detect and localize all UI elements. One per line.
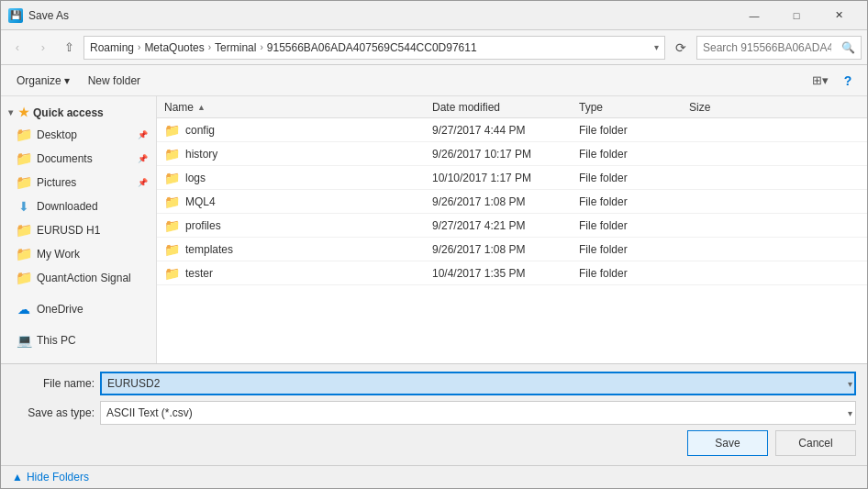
file-date: 9/26/2017 1:08 PM — [432, 243, 579, 256]
path-segment-roaming: Roaming — [90, 41, 134, 54]
quick-access-icon: ★ — [18, 106, 29, 119]
sidebar-item-thispc-label: This PC — [37, 334, 76, 347]
quick-access-label: Quick access — [33, 106, 104, 119]
eurusd-folder-icon: 📁 — [16, 222, 33, 239]
folder-icon: 📁 — [164, 171, 180, 185]
help-icon: ? — [844, 73, 852, 88]
close-button[interactable]: ✕ — [818, 1, 860, 30]
sidebar-item-thispc[interactable]: 💻 This PC — [1, 328, 156, 352]
sidebar-item-mywork[interactable]: 📁 My Work — [1, 242, 156, 266]
savetype-label: Save as type: — [12, 406, 95, 419]
sort-arrow: ▲ — [197, 103, 206, 112]
savetype-select-wrapper: ASCII Text (*.csv) CSV (*.csv) Text (*.t… — [100, 401, 856, 425]
title-bar: 💾 Save As — □ ✕ — [1, 1, 867, 30]
column-name[interactable]: Name ▲ — [157, 101, 432, 114]
path-segment-id: 915566BA06ADA407569C544CC0D97611 — [267, 41, 477, 54]
buttons-row: Save Cancel — [12, 430, 856, 458]
forward-button[interactable]: › — [32, 37, 54, 59]
path-segment-metaquotes: MetaQuotes — [144, 41, 204, 54]
desktop-folder-icon: 📁 — [16, 127, 33, 143]
file-type: File folder — [579, 172, 689, 184]
table-row[interactable]: 📁 config 9/27/2017 4:44 PM File folder — [157, 118, 867, 142]
pictures-folder-icon: 📁 — [16, 174, 33, 191]
file-date: 10/4/2017 1:35 PM — [432, 267, 579, 280]
path-dropdown-arrow[interactable]: ▾ — [654, 42, 659, 52]
maximize-button[interactable]: □ — [775, 1, 818, 30]
window-title: Save As — [28, 9, 69, 22]
file-name: profiles — [185, 219, 221, 232]
help-button[interactable]: ? — [836, 69, 860, 93]
column-type[interactable]: Type — [579, 101, 689, 114]
file-list-header: Name ▲ Date modified Type Size — [157, 96, 867, 118]
organize-button[interactable]: Organize ▾ — [8, 69, 78, 93]
quick-access-arrow: ▾ — [8, 107, 13, 117]
folder-icon: 📁 — [164, 147, 180, 161]
desktop-pin-icon: 📌 — [138, 130, 148, 139]
back-button[interactable]: ‹ — [6, 37, 28, 59]
thispc-icon: 💻 — [17, 333, 32, 348]
folder-icon: 📁 — [164, 123, 180, 138]
table-row[interactable]: 📁 tester 10/4/2017 1:35 PM File folder — [157, 261, 867, 285]
search-box[interactable]: 🔍 — [696, 36, 862, 60]
folder-icon: 📁 — [164, 242, 180, 257]
sidebar-item-downloaded-label: Downloaded — [37, 200, 98, 213]
cancel-button[interactable]: Cancel — [775, 430, 856, 456]
documents-pin-icon: 📌 — [138, 154, 148, 163]
filename-label: File name: — [12, 377, 95, 390]
file-type: File folder — [579, 243, 689, 256]
column-date[interactable]: Date modified — [432, 101, 579, 114]
refresh-button[interactable]: ⟳ — [669, 36, 693, 60]
file-name: templates — [185, 243, 233, 256]
file-type: File folder — [579, 148, 689, 161]
view-button[interactable]: ⊞ ▾ — [808, 69, 832, 93]
up-button[interactable]: ⇧ — [58, 37, 80, 59]
main-content: ▾ ★ Quick access 📁 Desktop 📌 📁 Documents… — [1, 96, 867, 363]
sidebar-item-downloaded[interactable]: ⬇ Downloaded — [1, 194, 156, 218]
search-input[interactable] — [703, 41, 831, 54]
sidebar-item-documents[interactable]: 📁 Documents 📌 — [1, 147, 156, 171]
file-type: File folder — [579, 195, 689, 208]
hide-folders-arrow: ▲ — [12, 471, 23, 483]
folder-icon: 📁 — [164, 266, 180, 281]
file-date: 9/26/2017 1:08 PM — [432, 195, 579, 208]
sidebar-item-desktop[interactable]: 📁 Desktop 📌 — [1, 123, 156, 147]
sidebar-item-pictures-label: Pictures — [37, 176, 76, 189]
file-date: 9/27/2017 4:44 PM — [432, 124, 579, 137]
mywork-folder-icon: 📁 — [16, 246, 33, 262]
sidebar-item-desktop-label: Desktop — [37, 128, 77, 141]
column-size[interactable]: Size — [689, 101, 762, 114]
file-date: 9/26/2017 10:17 PM — [432, 148, 579, 161]
minimize-button[interactable]: — — [733, 1, 775, 30]
savetype-select[interactable]: ASCII Text (*.csv) CSV (*.csv) Text (*.t… — [100, 401, 856, 425]
onedrive-icon: ☁ — [17, 302, 30, 317]
save-as-dialog: 💾 Save As — □ ✕ ‹ › ⇧ Roaming › MetaQuot… — [0, 0, 868, 489]
new-folder-button[interactable]: New folder — [80, 69, 149, 93]
table-row[interactable]: 📁 templates 9/26/2017 1:08 PM File folde… — [157, 238, 867, 261]
filename-row: File name: ▾ — [12, 372, 856, 395]
file-name: tester — [185, 267, 213, 280]
quantaction-folder-icon: 📁 — [16, 270, 33, 286]
save-button[interactable]: Save — [687, 430, 768, 456]
window-icon: 💾 — [8, 8, 23, 23]
sidebar-item-quantaction[interactable]: 📁 QuantAction Signal — [1, 266, 156, 290]
view-dropdown-icon: ▾ — [822, 73, 829, 87]
address-path[interactable]: Roaming › MetaQuotes › Terminal › 915566… — [83, 36, 665, 60]
bottom-section: File name: ▾ Save as type: ASCII Text (*… — [1, 363, 867, 465]
table-row[interactable]: 📁 profiles 9/27/2017 4:21 PM File folder — [157, 214, 867, 238]
search-icon: 🔍 — [841, 41, 855, 54]
table-row[interactable]: 📁 logs 10/10/2017 1:17 PM File folder — [157, 166, 867, 190]
pictures-pin-icon: 📌 — [138, 178, 148, 187]
filename-input[interactable] — [100, 372, 856, 395]
folder-icon: 📁 — [164, 194, 180, 209]
sidebar-item-pictures[interactable]: 📁 Pictures 📌 — [1, 171, 156, 194]
table-row[interactable]: 📁 MQL4 9/26/2017 1:08 PM File folder — [157, 190, 867, 214]
sidebar-item-eurusd[interactable]: 📁 EURUSD H1 — [1, 218, 156, 242]
toolbar: Organize ▾ New folder ⊞ ▾ ? — [1, 65, 867, 96]
hide-folders-section[interactable]: ▲ Hide Folders — [1, 465, 867, 488]
sidebar-item-onedrive[interactable]: ☁ OneDrive — [1, 297, 156, 321]
quick-access-header[interactable]: ▾ ★ Quick access — [1, 100, 156, 123]
file-type: File folder — [579, 267, 689, 280]
sidebar-item-eurusd-label: EURUSD H1 — [37, 224, 100, 237]
table-row[interactable]: 📁 history 9/26/2017 10:17 PM File folder — [157, 142, 867, 166]
file-list: Name ▲ Date modified Type Size 📁 config — [157, 96, 867, 363]
